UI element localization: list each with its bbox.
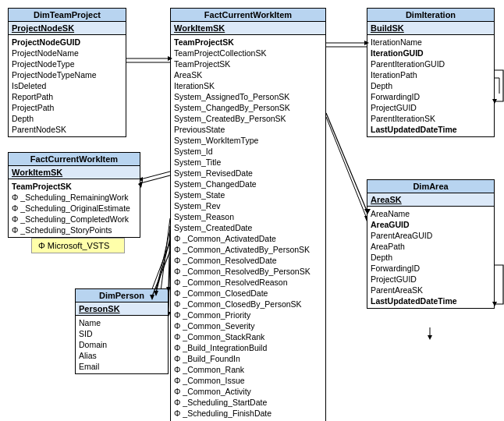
field-depth-area: Depth bbox=[371, 252, 491, 263]
dim-team-project-fields: ProjectNodeGUID ProjectNodeName ProjectN… bbox=[9, 35, 126, 136]
microsoft-vsts-note: Φ Microsoft_VSTS bbox=[31, 238, 125, 253]
field-area-guid: AreaGUID bbox=[371, 219, 491, 230]
dim-team-project-header: DimTeamProject bbox=[9, 9, 126, 22]
dim-person-entity: DimPerson PersonSK Name SID Domain Alias… bbox=[75, 288, 169, 374]
field-common-activity: Φ _Common_Activity bbox=[174, 386, 322, 397]
svg-line-12 bbox=[140, 172, 170, 179]
field-common-severity: Φ _Common_Severity bbox=[174, 320, 322, 331]
svg-line-22 bbox=[326, 113, 367, 210]
fact-cwi-bottom-entity: FactCurrentWorkItem WorkItemSK TeamProje… bbox=[8, 152, 140, 238]
field-common-resolved-date: Φ _Common_ResolvedDate bbox=[174, 255, 322, 266]
field-iteration-sk: IterationSK bbox=[174, 80, 322, 91]
field-alias: Alias bbox=[79, 350, 165, 361]
field-team-project-collection-sk: TeamProjectCollectionSK bbox=[174, 48, 322, 58]
field-parent-area-sk: ParentAreaSK bbox=[371, 285, 491, 295]
svg-marker-9 bbox=[428, 335, 432, 340]
field-parent-area-guid: ParentAreaGUID bbox=[371, 230, 491, 241]
field-common-closed-date: Φ _Common_ClosedDate bbox=[174, 288, 322, 299]
field-common-issue: Φ _Common_Issue bbox=[174, 375, 322, 386]
field-common-priority: Φ _Common_Priority bbox=[174, 310, 322, 320]
field-system-rev: System_Rev bbox=[174, 200, 322, 211]
field-report-path: ReportPath bbox=[12, 91, 122, 102]
field-common-resolved-by: Φ _Common_ResolvedBy_PersonSK bbox=[174, 266, 322, 277]
field-changed-date: System_ChangedDate bbox=[174, 179, 322, 189]
field-completed-work: Φ _Scheduling_CompletedWork bbox=[12, 214, 137, 225]
field-parent-iteration-sk: ParentIterationSK bbox=[371, 113, 491, 124]
fact-cwi-fields: TeamProjectSK TeamProjectCollectionSK Te… bbox=[171, 35, 325, 421]
fact-cwi-bottom-fields: TeamProjectSK Φ _Scheduling_RemainingWor… bbox=[9, 179, 140, 237]
svg-line-29 bbox=[156, 239, 170, 292]
field-scheduling-startdate: Φ _Scheduling_StartDate bbox=[174, 397, 322, 408]
field-common-resolved-reason: Φ _Common_ResolvedReason bbox=[174, 277, 322, 288]
dim-area-pk: AreaSK bbox=[367, 193, 494, 207]
field-project-node-guid: ProjectNodeGUID bbox=[12, 37, 122, 48]
field-team-project-sk-b: TeamProjectSK bbox=[12, 181, 137, 192]
field-revised-date: System_RevisedDate bbox=[174, 168, 322, 179]
field-project-guid-area: ProjectGUID bbox=[371, 274, 491, 285]
field-common-rank: Φ _Common_Rank bbox=[174, 364, 322, 375]
field-parent-node-sk: ParentNodeSK bbox=[12, 124, 122, 135]
field-project-path: ProjectPath bbox=[12, 102, 122, 113]
field-last-updated-area: LastUpdatedDateTime bbox=[371, 295, 491, 306]
dim-person-pk-label: PersonSK bbox=[79, 304, 120, 313]
dim-area-pk-label: AreaSK bbox=[371, 195, 402, 204]
diagram-container: DimTeamProject ProjectNodeSK ProjectNode… bbox=[0, 0, 504, 421]
fact-cwi-bottom-pk: WorkItemSK bbox=[9, 166, 140, 179]
dim-area-entity: DimArea AreaSK AreaName AreaGUID ParentA… bbox=[367, 179, 495, 309]
dim-team-project-pk-label: ProjectNodeSK bbox=[12, 23, 74, 33]
svg-line-6 bbox=[326, 117, 367, 218]
field-depth-iter: Depth bbox=[371, 80, 491, 91]
dim-team-project-pk: ProjectNodeSK bbox=[9, 22, 126, 35]
field-scheduling-finishdate: Φ _Scheduling_FinishDate bbox=[174, 408, 322, 419]
field-team-project-sk2: TeamProjectSK bbox=[174, 58, 322, 69]
field-iteration-path: IterationPath bbox=[371, 69, 491, 80]
field-depth-dtp: Depth bbox=[12, 113, 122, 124]
dim-iteration-pk-label: BuildSK bbox=[371, 23, 404, 33]
dim-area-header: DimArea bbox=[367, 180, 494, 193]
field-team-project-sk: TeamProjectSK bbox=[174, 37, 322, 48]
dim-team-project-entity: DimTeamProject ProjectNodeSK ProjectNode… bbox=[8, 8, 126, 137]
field-build-foundin: Φ _Build_FoundIn bbox=[174, 353, 322, 364]
field-email: Email bbox=[79, 361, 165, 372]
field-original-estimate: Φ _Scheduling_OriginalEstimate bbox=[12, 203, 137, 214]
field-forwarding-id-area: ForwardingID bbox=[371, 263, 491, 274]
dim-iteration-entity: DimIteration BuildSK IterationName Itera… bbox=[367, 8, 495, 137]
svg-line-25 bbox=[140, 175, 170, 183]
dim-area-fields: AreaName AreaGUID ParentAreaGUID AreaPat… bbox=[367, 207, 494, 308]
fact-cwi-pk-label: WorkItemSK bbox=[174, 23, 225, 33]
note-text: Φ Microsoft_VSTS bbox=[38, 241, 109, 250]
field-area-name: AreaName bbox=[371, 208, 491, 219]
field-last-updated-iter: LastUpdatedDateTime bbox=[371, 124, 491, 135]
dim-iteration-pk: BuildSK bbox=[367, 22, 494, 35]
field-project-node-name: ProjectNodeName bbox=[12, 48, 122, 58]
dim-iteration-header: DimIteration bbox=[367, 9, 494, 22]
field-common-closed-by: Φ _Common_ClosedBy_PersonSK bbox=[174, 299, 322, 310]
field-system-title: System_Title bbox=[174, 157, 322, 168]
field-story-points: Φ _Scheduling_StoryPoints bbox=[12, 225, 137, 235]
field-common-activated-date: Φ _Common_ActivatedDate bbox=[174, 233, 322, 244]
field-assigned-to: System_AssignedTo_PersonSK bbox=[174, 91, 322, 102]
fact-cwi-pk: WorkItemSK bbox=[171, 22, 325, 35]
fact-current-work-item-entity: FactCurrentWorkItem WorkItemSK TeamProje… bbox=[170, 8, 326, 421]
field-created-by: System_CreatedBy_PersonSK bbox=[174, 113, 322, 124]
field-iteration-guid: IterationGUID bbox=[371, 48, 491, 58]
field-common-stackrank: Φ _Common_StackRank bbox=[174, 331, 322, 342]
field-area-sk: AreaSK bbox=[174, 69, 322, 80]
field-system-reason: System_Reason bbox=[174, 211, 322, 222]
field-created-date: System_CreatedDate bbox=[174, 222, 322, 233]
field-common-activated-by: Φ _Common_ActivatedBy_PersonSK bbox=[174, 244, 322, 255]
field-area-path: AreaPath bbox=[371, 241, 491, 252]
dim-person-header: DimPerson bbox=[76, 289, 168, 302]
field-parent-iteration-guid: ParentIterationGUID bbox=[371, 58, 491, 69]
dim-person-pk: PersonSK bbox=[76, 302, 168, 316]
fact-cwi-header: FactCurrentWorkItem bbox=[171, 9, 325, 22]
field-domain: Domain bbox=[79, 339, 165, 350]
field-project-node-type: ProjectNodeType bbox=[12, 58, 122, 69]
fact-cwi-bottom-pk-label: WorkItemSK bbox=[12, 168, 62, 177]
dim-person-fields: Name SID Domain Alias Email bbox=[76, 316, 168, 373]
field-previous-state: PreviousState bbox=[174, 124, 322, 135]
field-iteration-name: IterationName bbox=[371, 37, 491, 48]
field-changed-by: System_ChangedBy_PersonSK bbox=[174, 102, 322, 113]
field-system-id: System_Id bbox=[174, 146, 322, 157]
field-build-integration: Φ _Build_IntegrationBuild bbox=[174, 342, 322, 353]
